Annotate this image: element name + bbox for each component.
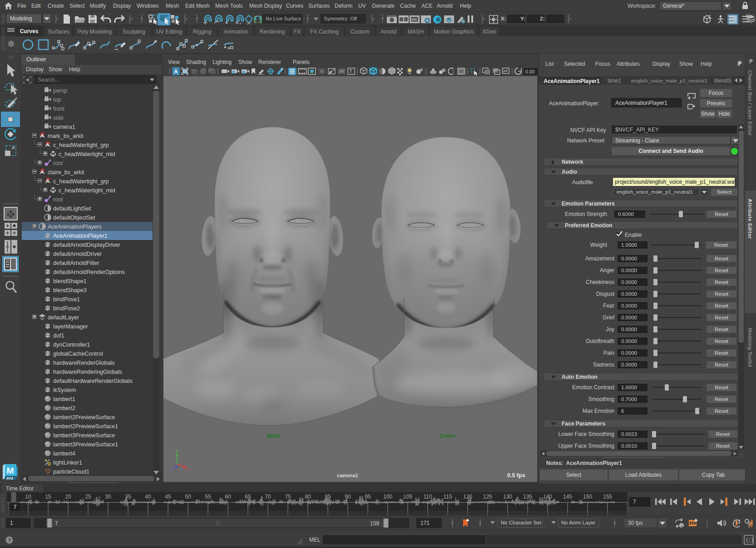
svg-text:20: 20	[65, 494, 71, 500]
svg-text:80: 80	[305, 494, 311, 500]
svg-text:130: 130	[503, 494, 512, 500]
svg-text:7: 7	[14, 504, 17, 510]
svg-text:105: 105	[403, 494, 412, 500]
svg-text:55: 55	[205, 494, 211, 500]
svg-text:camera1: camera1	[337, 473, 358, 478]
svg-text:0.5 fps: 0.5 fps	[507, 472, 525, 479]
svg-text:y: y	[176, 448, 178, 453]
svg-text:z: z	[172, 465, 174, 470]
svg-text:25: 25	[85, 494, 91, 500]
svg-text:150: 150	[583, 494, 592, 500]
svg-text:1: 1	[681, 524, 683, 528]
svg-text:15: 15	[45, 494, 51, 500]
svg-text:Claire: Claire	[440, 433, 455, 439]
svg-text:T: T	[349, 68, 352, 74]
svg-text:140: 140	[543, 494, 552, 500]
svg-text:AYA: AYA	[6, 476, 14, 480]
svg-text:60: 60	[225, 494, 231, 500]
svg-text:30: 30	[105, 494, 111, 500]
svg-text:45: 45	[165, 494, 171, 500]
svg-text:IPR: IPR	[411, 18, 417, 21]
svg-text:10: 10	[25, 494, 31, 500]
svg-text:70: 70	[265, 494, 271, 500]
svg-text:155: 155	[603, 494, 612, 500]
svg-text:135: 135	[523, 494, 532, 500]
svg-text:M: M	[7, 466, 14, 475]
svg-text:90: 90	[345, 494, 351, 500]
svg-text:95: 95	[365, 494, 371, 500]
svg-text:x: x	[187, 466, 189, 471]
svg-text:35: 35	[125, 494, 131, 500]
svg-text:{;}: {;}	[746, 538, 754, 543]
svg-text:?: ?	[8, 538, 11, 543]
svg-text:115: 115	[443, 494, 452, 500]
svg-text:100: 100	[383, 494, 392, 500]
svg-text:40: 40	[145, 494, 151, 500]
svg-text:Mark: Mark	[267, 433, 280, 439]
svg-text:50: 50	[185, 494, 191, 500]
svg-text:0.00: 0.00	[525, 69, 535, 74]
svg-text:A: A	[174, 68, 178, 75]
svg-text:65: 65	[245, 494, 251, 500]
svg-text:125: 125	[483, 494, 492, 500]
svg-text:145: 145	[563, 494, 572, 500]
svg-text:110: 110	[423, 494, 432, 500]
